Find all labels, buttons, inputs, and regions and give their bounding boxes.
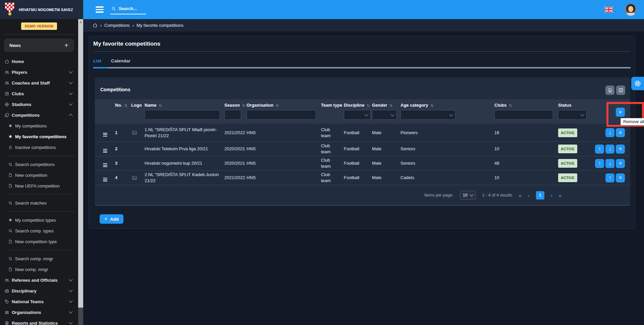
sidebar-item-new-uefa-competition[interactable]: New UEFA competition	[0, 180, 78, 191]
drag-handle-icon[interactable]	[103, 178, 107, 181]
remove-row-button[interactable]: ×	[616, 159, 625, 168]
column-label: Logo	[131, 103, 142, 108]
sort-icon[interactable]: ↑↓	[430, 103, 433, 108]
table-row[interactable]: 3 Hrvatski nogometni kup 20/21 2020/2021…	[95, 156, 630, 171]
column-label: Team type	[321, 103, 342, 108]
up-row-button[interactable]: ↑	[595, 159, 604, 168]
remove-all-button[interactable]: ×	[616, 108, 625, 117]
add-button[interactable]: + Add	[100, 214, 123, 224]
home-icon[interactable]	[93, 23, 98, 28]
filter-input-name[interactable]	[145, 110, 220, 120]
sidebar-item-search-comp-types[interactable]: Search comp. types	[0, 225, 78, 236]
down-row-button[interactable]: ↓	[605, 128, 614, 137]
cell-team-type: Club team	[318, 127, 341, 139]
tab-list[interactable]: List	[93, 58, 101, 63]
sort-icon[interactable]: ↑↓	[508, 103, 511, 108]
breadcrumb-competitions[interactable]: Competitions	[104, 23, 130, 28]
news-card[interactable]: News +	[4, 39, 74, 52]
cell-organisation: HNS	[244, 146, 318, 152]
panel-toolbar	[605, 86, 625, 95]
sidebar-item-disciplinary[interactable]: Disciplinary	[0, 285, 78, 296]
sidebar-item-clubs[interactable]: Clubs	[0, 88, 78, 99]
sidebar-divider	[8, 211, 75, 212]
star-icon	[8, 123, 13, 128]
language-flag-icon[interactable]	[604, 6, 613, 13]
chevron-down-icon	[69, 80, 72, 84]
filter-input-clubs[interactable]	[494, 110, 553, 120]
drag-handle-icon[interactable]	[103, 149, 107, 153]
sidebar-item-my-competitions[interactable]: My competitions	[0, 120, 78, 131]
sort-icon[interactable]: ↑↓	[275, 103, 278, 108]
tab-calendar[interactable]: Calendar	[111, 58, 130, 63]
prev-page-button[interactable]: ‹	[528, 193, 530, 198]
chevron-down-icon	[390, 112, 394, 116]
sidebar-item-national-teams[interactable]: National Teams	[0, 296, 78, 307]
column-header-status: Status	[555, 99, 589, 124]
page-size-select[interactable]: 10	[460, 191, 476, 200]
sidebar-scrollbar[interactable]: ▲	[78, 19, 83, 325]
remove-row-button[interactable]: ×	[616, 128, 625, 137]
sidebar-item-organisations[interactable]: Organisations	[0, 307, 78, 318]
next-page-button[interactable]: ›	[551, 193, 552, 198]
filter-select-gender[interactable]	[372, 110, 397, 120]
file-icon	[8, 173, 13, 177]
cell-team-type: Club team	[318, 172, 341, 184]
sidebar-item-search-matches[interactable]: Search matches	[0, 198, 78, 208]
sidebar-item-home[interactable]: Home	[0, 56, 78, 67]
sidebar-item-inactive-competitions[interactable]: Inactive competitions	[0, 142, 78, 153]
last-page-button[interactable]: »	[559, 193, 561, 198]
table-row[interactable]: 4 2.NL "SREDIŠTA SPLIT Kadeti-Juniori 21…	[95, 171, 630, 185]
sidebar-item-new-competition-type[interactable]: New competition type	[0, 236, 78, 247]
filter-input-organisation[interactable]	[247, 110, 316, 120]
main-card: My favorite competitions List Calendar C…	[89, 36, 635, 229]
sidebar-item-new-competition[interactable]: New competition	[0, 170, 78, 180]
export-excel-button[interactable]	[605, 86, 614, 95]
search-input[interactable]: Search...	[110, 5, 146, 14]
filter-input-season[interactable]	[224, 110, 241, 120]
search-icon	[8, 228, 13, 233]
first-page-button[interactable]: «	[519, 193, 521, 198]
remove-row-button[interactable]: ×	[616, 145, 625, 154]
filter-select-age-category[interactable]	[400, 110, 455, 120]
filter-select-discipline[interactable]	[344, 110, 371, 120]
sidebar-item-referees-and-officials[interactable]: Referees and Officials	[0, 275, 78, 285]
column-label: Gender	[372, 103, 387, 108]
menu-icon[interactable]	[96, 6, 104, 13]
table-row[interactable]: 1 1.NL "SREDIŠTA SPLIT Mlađi pioniri-Pio…	[95, 124, 630, 142]
drag-handle-icon[interactable]	[103, 133, 107, 137]
breadcrumb-my-favorite-competitions[interactable]: My favorite competitions	[137, 23, 183, 28]
sidebar-item-new-comp-mngr[interactable]: New comp. mngr	[0, 264, 78, 275]
sidebar-item-reports-and-statistics[interactable]: Reports and Statistics	[0, 318, 78, 325]
tab-active-indicator	[93, 67, 108, 68]
sort-icon[interactable]: ↑↓	[158, 103, 161, 108]
sort-icon[interactable]: ↑↓	[366, 103, 369, 108]
settings-fab-button[interactable]	[631, 77, 644, 90]
sidebar-item-coaches-and-staff[interactable]: Coaches and Staff	[0, 77, 78, 88]
sidebar-item-my-favorite-competitions[interactable]: My favorite competitions	[0, 131, 78, 142]
sidebar-item-competitions[interactable]: Competitions	[0, 110, 78, 120]
filter-select-status[interactable]	[558, 110, 587, 120]
up-row-button[interactable]: ↑	[605, 173, 614, 182]
remove-row-button[interactable]: ×	[616, 173, 625, 182]
scrollbar-thumb[interactable]	[78, 25, 83, 308]
table-row[interactable]: 2 Hrvatski Telekom Prva liga 20/21 2020/…	[95, 142, 630, 156]
drag-handle-icon[interactable]	[103, 163, 107, 167]
cell-logo	[128, 130, 142, 136]
sidebar-item-search-comp-mngr[interactable]: Search comp. mngr	[0, 253, 78, 264]
scrollbar-up-arrow-icon[interactable]: ▲	[78, 19, 83, 25]
down-row-button[interactable]: ↓	[605, 145, 614, 154]
user-avatar[interactable]	[625, 3, 637, 16]
cell-no: 2	[112, 146, 128, 152]
sort-icon[interactable]: ↑↓	[124, 103, 127, 108]
sidebar-item-stadiums[interactable]: Stadiums	[0, 99, 78, 110]
add-news-button[interactable]: +	[61, 40, 71, 50]
sidebar-item-search-competitions[interactable]: Search competitions	[0, 159, 78, 170]
column-header-age-category: Age category ↑↓	[398, 99, 492, 124]
up-row-button[interactable]: ↑	[595, 145, 604, 154]
down-row-button[interactable]: ↓	[605, 159, 614, 168]
page-1-button[interactable]: 1	[536, 191, 544, 200]
sidebar-item-my-competition-types[interactable]: My competition types	[0, 215, 78, 225]
sidebar-item-players[interactable]: Players	[0, 67, 78, 77]
column-settings-button[interactable]	[616, 86, 625, 95]
sort-icon[interactable]: ↑↓	[389, 103, 392, 108]
